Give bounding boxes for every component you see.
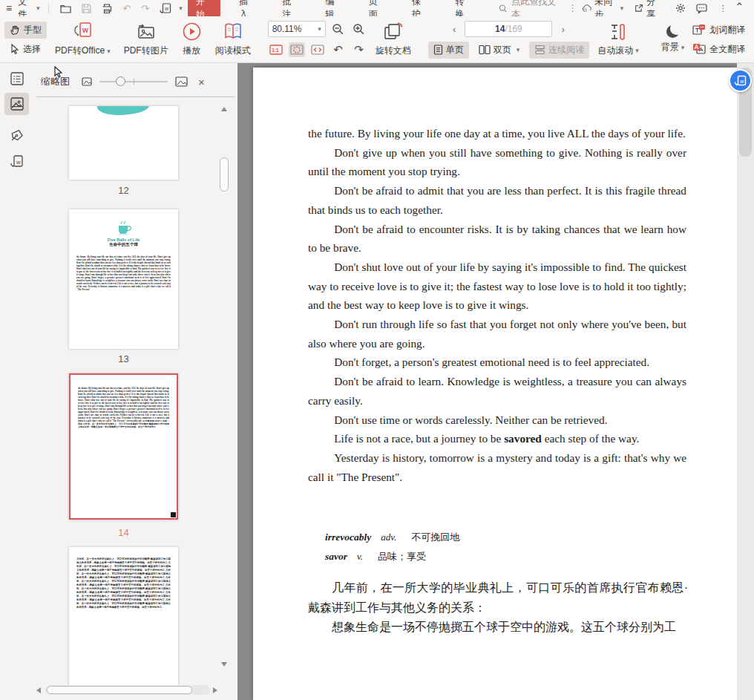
zoom-level-select[interactable]: 80.11%▾ <box>268 21 326 37</box>
file-menu[interactable]: 文件▾ <box>15 1 42 16</box>
double-page-button[interactable]: 双页 ▾ <box>473 42 525 59</box>
paragraph: Don't be afraid to learn. Knowledge is w… <box>308 372 686 410</box>
more-options-icon[interactable]: ⋮ <box>719 4 727 13</box>
scroll-right-icon[interactable] <box>213 687 217 693</box>
redo-icon[interactable]: ↷ <box>141 3 149 14</box>
scroll-up-icon[interactable] <box>221 107 227 111</box>
hand-tool-button[interactable]: 手型 <box>4 22 47 39</box>
current-page: 14 <box>495 24 505 34</box>
paragraph: Yesterday is history, tomorrow is a myst… <box>308 448 686 486</box>
zoom-out-button[interactable] <box>330 22 347 36</box>
teacup-image <box>114 220 134 236</box>
thumb-text: 几年前，在一所大学的毕业典礼上，可口可乐的首席执行官布赖恩·戴森讲到工作与其他义… <box>76 557 171 681</box>
document-scrollbar[interactable] <box>737 63 754 700</box>
thumbnail-label: 13 <box>69 353 178 364</box>
rail-annotate-button[interactable] <box>4 124 29 146</box>
export-word-icon[interactable]: w <box>160 3 171 13</box>
thumbnail-size-slider[interactable] <box>99 81 168 82</box>
svg-text:w: w <box>82 26 88 34</box>
select-tool-button[interactable]: 选择 <box>4 41 47 58</box>
svg-text:1:1: 1:1 <box>272 48 279 53</box>
prev-page-button[interactable]: ‹ <box>448 24 460 35</box>
hamburger-menu-icon[interactable]: ≡ <box>6 2 12 14</box>
next-page-button[interactable]: › <box>557 24 568 35</box>
rail-thumbnail-button[interactable] <box>4 93 29 115</box>
thumb-text: the future. By living your life one day … <box>76 255 171 343</box>
single-page-icon <box>433 45 443 55</box>
vocab-entry: savorv.品味；享受 <box>325 547 459 566</box>
scroll-down-icon[interactable] <box>221 662 227 667</box>
thumbnail-page-12[interactable] <box>69 106 178 180</box>
pdf-to-image-button[interactable]: PDF转图片 <box>117 18 175 61</box>
english-text-block: the future. By living your life one day … <box>308 124 686 486</box>
undo-icon[interactable]: ↶ <box>122 3 131 14</box>
chevron-down-icon: ▾ <box>318 25 321 33</box>
settings-gear-icon[interactable] <box>675 3 686 13</box>
pdf-to-office-button[interactable]: w PDF转Office▾ <box>48 18 117 61</box>
mouse-cursor-icon <box>53 66 64 78</box>
zoom-in-button[interactable] <box>351 22 367 36</box>
menubar: ≡ 文件▾ ↶ ↷ w ▾ 开始 插入 批注 编辑 页面 保护 转换 点此查找文… <box>0 0 754 16</box>
sync-caret-icon: ▾ <box>620 4 624 12</box>
paragraph: Don't use time or words carelessly. Neit… <box>308 410 686 430</box>
background-button[interactable]: 背景▾ <box>655 18 692 61</box>
cursor-icon <box>10 44 19 54</box>
rail-outline-button[interactable] <box>4 68 29 90</box>
panel-horizontal-scrollbar[interactable] <box>33 685 226 696</box>
panel-close-icon[interactable]: × <box>198 76 205 88</box>
paragraph: Don't be afraid to admit that you are le… <box>308 181 686 219</box>
quick-toolbar-caret-icon[interactable]: ▾ <box>179 4 183 12</box>
word-translate-icon <box>692 24 706 36</box>
thumbnail-page-15[interactable]: 几年前，在一所大学的毕业典礼上，可口可乐的首席执行官布赖恩·戴森讲到工作与其他义… <box>69 547 178 687</box>
scrollbar-track[interactable] <box>45 685 210 695</box>
divider <box>48 3 49 13</box>
rotate-doc-button[interactable]: 旋转文档 <box>369 18 418 61</box>
scrollbar-thumb[interactable] <box>47 686 192 694</box>
rotate-right-button[interactable]: ↷ <box>351 42 367 57</box>
single-page-button[interactable]: 单页 <box>428 42 469 59</box>
paragraph: Don't shut love out of your life by sayi… <box>308 258 686 315</box>
panel-vertical-scrollbar[interactable] <box>219 104 230 684</box>
fit-width-button[interactable] <box>309 42 326 57</box>
full-translate-button[interactable]: 全文翻译 <box>692 41 745 58</box>
collapse-toolbar-icon[interactable]: ^ <box>737 1 742 12</box>
feedback-icon[interactable] <box>696 4 707 13</box>
total-pages: /169 <box>505 24 522 34</box>
read-mode-button[interactable]: 阅读模式 <box>209 18 258 61</box>
thumbnail-larger-icon[interactable] <box>175 76 188 87</box>
full-translate-icon <box>692 43 706 55</box>
rail-export-word-button[interactable]: w <box>4 150 29 172</box>
word-translate-button[interactable]: 划词翻译 <box>692 22 745 39</box>
thumbnail-smaller-icon[interactable] <box>82 77 92 86</box>
save-icon[interactable] <box>82 4 91 13</box>
compress-button[interactable]: 压缩 <box>747 18 754 61</box>
rotate-doc-icon <box>382 22 404 42</box>
document-page[interactable]: the future. By living your life one day … <box>253 68 737 700</box>
slider-knob[interactable] <box>116 76 125 86</box>
open-file-icon[interactable] <box>60 4 71 13</box>
play-button[interactable]: 播放 <box>175 18 209 61</box>
scroll-left-icon[interactable] <box>36 687 41 693</box>
divider <box>36 97 235 97</box>
continuous-read-button[interactable]: 连续阅读 <box>529 42 589 59</box>
scrollbar-thumb[interactable] <box>220 157 229 192</box>
paragraph: 想象生命是一场不停抛掷五个球于空中的游戏。这五个球分别为工 <box>308 618 688 638</box>
auto-scroll-button[interactable]: 自动滚动▾ <box>591 18 646 61</box>
hand-icon <box>10 24 20 36</box>
paragraph: Life is not a race, but a journey to be … <box>308 429 686 448</box>
floating-convert-button[interactable]: w <box>729 69 752 92</box>
page-number-input[interactable]: 14/169 <box>465 21 552 37</box>
cloud-sync-icon <box>582 3 592 13</box>
thumb-corner-handle <box>171 512 176 517</box>
thumbnail-label-selected: 14 <box>69 527 178 538</box>
thumbnail-page-13[interactable]: Five Balls of Life 生命中的五个球 the future. B… <box>69 209 178 349</box>
actual-size-button[interactable]: 1:1 <box>268 42 284 57</box>
vocabulary-block: irrevocablyadv.不可挽回地 savorv.品味；享受 <box>325 528 459 566</box>
rotate-left-button[interactable]: ↶ <box>330 42 347 57</box>
search-options-icon[interactable]: ⋮ <box>568 3 577 13</box>
print-icon[interactable] <box>102 4 112 13</box>
thumbnail-page-14[interactable]: the future. By living your life one day … <box>69 373 178 520</box>
vocab-entry: irrevocablyadv.不可挽回地 <box>325 528 459 547</box>
fit-page-button[interactable] <box>289 42 305 57</box>
chevron-down-icon: ▾ <box>107 48 111 55</box>
